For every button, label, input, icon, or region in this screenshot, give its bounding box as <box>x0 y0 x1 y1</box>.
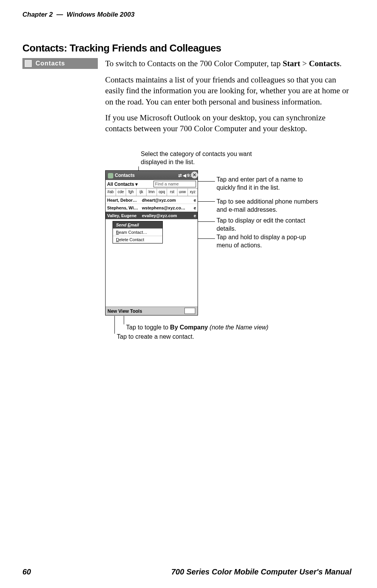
leader-line <box>114 316 115 334</box>
contact-detail: evalley@xyz.com <box>142 212 191 219</box>
contact-name: Stephens, Wi… <box>107 204 142 211</box>
contact-row-selected[interactable]: Valley, Eugene evalley@xyz.com e <box>106 212 198 219</box>
device-screenshot: Contacts ⇄ ◀ 9:34 ✕ All Contacts ▾ Find … <box>105 170 198 315</box>
contact-name: Heart, Debor… <box>107 196 142 204</box>
contact-detail: dheart@xyz.com <box>142 196 191 204</box>
intro-paragraph-2: Contacts maintains a list of your friend… <box>105 74 353 107</box>
contacts-badge-label: Contacts <box>36 60 65 67</box>
keyboard-icon[interactable] <box>184 308 195 314</box>
alphabet-filter[interactable]: #ab cde fgh ijk lmn opq rst uvw xyz <box>106 189 198 196</box>
menu-text: eam Contact… <box>119 230 147 235</box>
manual-title: 700 Series Color Mobile Computer User's … <box>171 567 351 576</box>
p1-start-bold: Start <box>283 59 300 68</box>
app-title: Contacts <box>115 173 135 178</box>
p1-gt: > <box>300 59 309 68</box>
menu-underline: D <box>116 237 119 242</box>
start-icon[interactable] <box>108 173 113 178</box>
az-cell[interactable]: cde <box>116 189 126 196</box>
contact-tag[interactable]: e <box>191 212 196 219</box>
contact-detail: wstephens@xyz.co… <box>142 204 191 211</box>
az-cell[interactable]: opq <box>157 189 167 196</box>
chapter-label: Chapter 2 <box>22 11 53 18</box>
header-dash: — <box>56 11 63 18</box>
device-bottombar[interactable]: New View Tools <box>106 307 198 315</box>
section-title: Contacts: Tracking Friends and Colleague… <box>22 42 221 54</box>
leader-line <box>197 201 215 202</box>
callout-additional: Tap to see additional phone numbers and … <box>217 198 325 214</box>
callout-category: Select the category of contacts you want… <box>141 150 257 166</box>
az-cell[interactable]: fgh <box>126 189 136 196</box>
filter-row: All Contacts ▾ Find a name <box>106 180 198 189</box>
menu-text: elete Contact <box>119 237 144 242</box>
callout-popup: Tap and hold to display a pop-up menu of… <box>217 233 317 250</box>
contacts-icon <box>25 60 32 67</box>
contact-row[interactable]: Stephens, Wi… wstephens@xyz.co… e <box>106 204 198 212</box>
callout-toggle-bold: By Company <box>170 324 208 331</box>
category-dropdown[interactable]: All Contacts ▾ <box>107 182 138 187</box>
az-cell[interactable]: ijk <box>136 189 147 196</box>
callout-find-name: Tap and enter part of a name to quickly … <box>217 176 317 192</box>
contact-tag[interactable]: e <box>191 196 196 204</box>
callout-toggle-pre: Tap to toggle to <box>126 324 170 331</box>
context-menu: Send Email Beam Contact… Delete Contact <box>113 221 163 243</box>
menu-underline: E <box>128 223 130 227</box>
contacts-badge: Contacts <box>22 58 98 69</box>
callout-details: Tap to display or edit the contact detai… <box>217 217 317 233</box>
running-header: Chapter 2 — Windows Mobile 2003 <box>22 11 135 19</box>
callout-new-contact: Tap to create a new contact. <box>117 333 271 341</box>
p1-end: . <box>339 59 341 68</box>
contact-tag[interactable]: e <box>191 204 196 211</box>
menu-send-email[interactable]: Send Email <box>113 221 162 229</box>
leader-line <box>124 316 124 324</box>
page-number: 60 <box>22 567 31 576</box>
contact-name: Valley, Eugene <box>107 212 142 219</box>
callout-toggle-italic: (note the Name view) <box>208 324 269 331</box>
p1-pre: To switch to Contacts on the 700 Color C… <box>105 59 283 68</box>
device-titlebar[interactable]: Contacts ⇄ ◀ 9:34 ✕ <box>106 171 198 180</box>
menu-beam-contact[interactable]: Beam Contact… <box>113 229 162 236</box>
close-button[interactable]: ✕ <box>191 171 198 178</box>
callout-toggle: Tap to toggle to By Company (note the Na… <box>126 324 319 332</box>
az-cell[interactable]: #ab <box>106 189 116 196</box>
contact-row[interactable]: Heart, Debor… dheart@xyz.com e <box>106 196 198 204</box>
az-cell[interactable]: rst <box>167 189 177 196</box>
az-cell[interactable]: xyz <box>188 189 198 196</box>
header-title: Windows Mobile 2003 <box>67 11 135 18</box>
intro-paragraph-1: To switch to Contacts on the 700 Color C… <box>105 58 353 69</box>
find-name-input[interactable]: Find a name <box>154 181 196 187</box>
menu-delete-contact[interactable]: Delete Contact <box>113 236 162 243</box>
az-cell[interactable]: lmn <box>147 189 157 196</box>
p1-contacts-bold: Contacts <box>309 59 339 68</box>
intro-paragraph-3: If you use Microsoft Outlook on your des… <box>105 112 353 134</box>
az-cell[interactable]: uvw <box>177 189 188 196</box>
